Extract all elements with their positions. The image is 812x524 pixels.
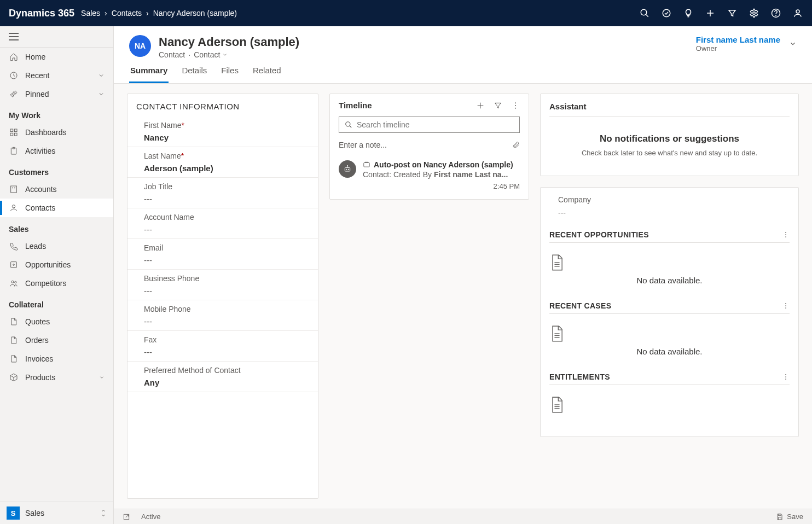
svg-point-0 — [641, 9, 647, 15]
form-value: --- — [144, 317, 307, 326]
more-icon[interactable] — [782, 302, 790, 310]
search-icon[interactable] — [639, 8, 650, 19]
nav-activities[interactable]: Activities — [0, 142, 113, 160]
sidebar: Home Recent Pinned My Work Dashboards Ac… — [0, 26, 114, 524]
nav-orders[interactable]: Orders — [0, 331, 113, 350]
note-icon — [363, 161, 370, 168]
chevron-right-icon: › — [146, 9, 149, 18]
form-label: Fax — [144, 335, 307, 344]
breadcrumb-item[interactable]: Sales — [81, 9, 100, 18]
nav-home[interactable]: Home — [0, 48, 113, 66]
content-area: CONTACT INFORMATION First Name*NancyLast… — [114, 84, 812, 509]
nodata-msg: No data available. — [549, 347, 790, 356]
chevron-down-icon[interactable] — [789, 40, 797, 48]
form-field[interactable]: Account Name--- — [127, 208, 318, 239]
nav-dashboards[interactable]: Dashboards — [0, 123, 113, 142]
timeline-search-input[interactable] — [357, 120, 514, 129]
timeline-search[interactable] — [339, 117, 520, 133]
nav-section-sales: Sales — [0, 217, 113, 237]
nav-quotes[interactable]: Quotes — [0, 312, 113, 331]
svg-point-24 — [12, 205, 15, 208]
popout-icon[interactable] — [123, 513, 130, 521]
clock-icon — [9, 71, 19, 80]
help-icon[interactable] — [770, 8, 781, 19]
form-field[interactable]: First Name*Nancy — [127, 117, 318, 147]
form-field[interactable]: Email--- — [127, 239, 318, 270]
tabs: Summary Details Files Related — [114, 59, 812, 84]
nodata-block: No data available. — [549, 243, 790, 296]
svg-rect-19 — [11, 186, 17, 193]
tab-related[interactable]: Related — [252, 59, 282, 83]
panel-title: CONTACT INFORMATION — [127, 94, 318, 117]
svg-rect-41 — [364, 163, 370, 167]
task-icon[interactable] — [661, 8, 672, 19]
sidebar-area-switcher[interactable]: S Sales — [0, 502, 113, 524]
nav-recent[interactable]: Recent — [0, 66, 113, 85]
svg-point-38 — [348, 169, 349, 170]
document-icon — [9, 335, 19, 345]
breadcrumb: Sales › Contacts › Nancy Aderson (sample… — [81, 9, 237, 18]
related-section-title: ENTITLEMENTS — [549, 367, 790, 385]
record-owner-block[interactable]: First name Last name Owner — [696, 35, 797, 53]
lightbulb-icon[interactable] — [683, 8, 694, 19]
timeline-item[interactable]: Auto-post on Nancy Aderson (sample) Cont… — [330, 158, 529, 199]
chevron-down-icon — [98, 72, 105, 79]
breadcrumb-item[interactable]: Contacts — [112, 9, 142, 18]
form-value: --- — [144, 225, 307, 234]
form-label: Mobile Phone — [144, 305, 307, 313]
form-field[interactable]: Business Phone--- — [127, 270, 318, 300]
assistant-msg-title: No notifications or suggestions — [549, 133, 790, 144]
form-selector[interactable]: Contact — [194, 50, 228, 59]
more-icon[interactable] — [782, 231, 790, 238]
svg-point-55 — [785, 376, 786, 377]
person-icon[interactable] — [792, 8, 803, 19]
dashboard-icon — [9, 127, 19, 137]
gear-icon[interactable] — [749, 8, 759, 19]
more-icon[interactable] — [511, 101, 520, 110]
nav-label: Pinned — [25, 90, 49, 98]
form-field[interactable]: Preferred Method of ContactAny — [127, 362, 318, 392]
box-icon — [9, 372, 19, 382]
nav-products[interactable]: Products — [0, 368, 113, 387]
timeline-note-input[interactable]: Enter a note... — [339, 138, 520, 152]
plus-icon[interactable] — [705, 8, 716, 19]
breadcrumb-item[interactable]: Nancy Aderson (sample) — [153, 9, 237, 18]
nav-label: Recent — [25, 71, 49, 80]
top-nav: Dynamics 365 Sales › Contacts › Nancy Ad… — [0, 0, 812, 26]
nav-competitors[interactable]: Competitors — [0, 274, 113, 293]
tab-summary[interactable]: Summary — [129, 59, 169, 83]
form-value: --- — [144, 255, 307, 265]
save-button[interactable]: Save — [776, 513, 803, 521]
form-field[interactable]: Job Title--- — [127, 178, 318, 208]
svg-point-42 — [785, 232, 786, 233]
nav-pinned[interactable]: Pinned — [0, 85, 113, 103]
form-field[interactable]: Last Name*Aderson (sample) — [127, 147, 318, 178]
nav-invoices[interactable]: Invoices — [0, 350, 113, 368]
form-field[interactable]: Fax--- — [127, 331, 318, 362]
plus-icon[interactable] — [476, 101, 485, 110]
pin-icon — [9, 89, 19, 99]
assistant-title: Assistant — [549, 102, 790, 117]
related-panel: Company --- RECENT OPPORTUNITIESNo data … — [540, 187, 799, 437]
form-value: Aderson (sample) — [144, 164, 307, 173]
nodata-block: No data available. — [549, 314, 790, 367]
attachment-icon[interactable] — [512, 141, 520, 149]
filter-icon[interactable] — [727, 8, 738, 19]
form-field[interactable]: Mobile Phone--- — [127, 300, 318, 331]
tab-files[interactable]: Files — [220, 59, 240, 83]
nav-accounts[interactable]: Accounts — [0, 180, 113, 199]
document-icon — [9, 354, 19, 364]
form-label: Job Title — [144, 182, 307, 191]
brand[interactable]: Dynamics 365 — [9, 8, 74, 19]
hamburger-icon[interactable] — [0, 26, 113, 48]
nav-leads[interactable]: Leads — [0, 237, 113, 255]
timeline-item-time: 2:45 PM — [363, 182, 520, 190]
nav-opportunities[interactable]: Opportunities — [0, 255, 113, 274]
filter-icon[interactable] — [494, 101, 502, 110]
tab-details[interactable]: Details — [181, 59, 208, 83]
opportunity-icon — [9, 260, 19, 270]
nav-contacts[interactable]: Contacts — [0, 199, 113, 217]
more-icon[interactable] — [782, 373, 790, 381]
note-placeholder: Enter a note... — [339, 141, 387, 149]
svg-point-2 — [663, 9, 670, 17]
